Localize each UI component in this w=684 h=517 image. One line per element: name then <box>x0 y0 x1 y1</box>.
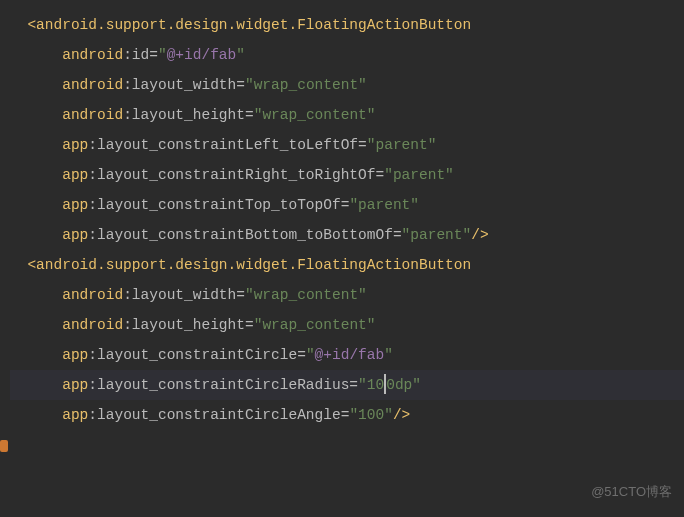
code-line[interactable]: android:layout_width="wrap_content" <box>10 280 684 310</box>
code-line[interactable]: app:layout_constraintRight_toRightOf="pa… <box>10 160 684 190</box>
token-str-value: wrap_content <box>254 287 358 303</box>
token-ref-value: @+id/fab <box>167 47 237 63</box>
token-attr-name: :layout_constraintLeft_toLeftOf= <box>88 137 366 153</box>
token-quote: " <box>412 377 421 393</box>
code-line[interactable]: app:layout_constraintTop_toTopOf="parent… <box>10 190 684 220</box>
code-line[interactable]: app:layout_constraintCircle="@+id/fab" <box>10 340 684 370</box>
token-tag-name: android.support.design.widget.FloatingAc… <box>36 17 471 33</box>
gutter-marker-icon <box>0 440 8 452</box>
code-line[interactable]: android:layout_width="wrap_content" <box>10 70 684 100</box>
token-ns: android <box>62 317 123 333</box>
token-bracket: < <box>27 17 36 33</box>
token-quote: " <box>367 317 376 333</box>
token-quote: " <box>245 287 254 303</box>
token-attr-name: :layout_constraintTop_toTopOf= <box>88 197 349 213</box>
code-line[interactable]: <android.support.design.widget.FloatingA… <box>10 250 684 280</box>
token-attr-name: :id= <box>123 47 158 63</box>
token-quote: " <box>349 407 358 423</box>
token-tag-name: android.support.design.widget.FloatingAc… <box>36 257 471 273</box>
token-attr-name: :layout_height= <box>123 317 254 333</box>
token-ns: app <box>62 137 88 153</box>
token-str-value: parent <box>393 167 445 183</box>
token-quote: " <box>445 167 454 183</box>
token-quote: " <box>358 77 367 93</box>
token-attr-name: :layout_constraintRight_toRightOf= <box>88 167 384 183</box>
token-attr-name: :layout_constraintBottom_toBottomOf= <box>88 227 401 243</box>
code-line[interactable]: app:layout_constraintCircleAngle="100"/> <box>10 400 684 430</box>
token-quote: " <box>306 347 315 363</box>
token-quote: " <box>158 47 167 63</box>
token-attr-name: :layout_width= <box>123 287 245 303</box>
token-attr-name: :layout_constraintCircleRadius= <box>88 377 358 393</box>
token-quote: " <box>384 347 393 363</box>
token-ns: android <box>62 107 123 123</box>
token-attr-name: :layout_constraintCircle= <box>88 347 306 363</box>
token-bracket: /> <box>471 227 488 243</box>
token-str-value: parent <box>358 197 410 213</box>
token-ns: app <box>62 407 88 423</box>
token-attr-name: :layout_width= <box>123 77 245 93</box>
token-ns: app <box>62 167 88 183</box>
token-ns: app <box>62 347 88 363</box>
token-quote: " <box>402 227 411 243</box>
code-line[interactable]: app:layout_constraintCircleRadius="100dp… <box>10 370 684 400</box>
token-quote: " <box>428 137 437 153</box>
token-ns: app <box>62 377 88 393</box>
token-str-value: 100 <box>358 407 384 423</box>
token-ns: app <box>62 227 88 243</box>
code-line[interactable]: android:layout_height="wrap_content" <box>10 310 684 340</box>
code-line[interactable]: app:layout_constraintBottom_toBottomOf="… <box>10 220 684 250</box>
token-str-value: 10 <box>367 377 384 393</box>
token-quote: " <box>236 47 245 63</box>
token-quote: " <box>384 167 393 183</box>
token-quote: " <box>349 197 358 213</box>
token-bracket: /> <box>393 407 410 423</box>
token-quote: " <box>384 407 393 423</box>
token-quote: " <box>410 197 419 213</box>
token-quote: " <box>245 77 254 93</box>
token-ref-value: @+id/fab <box>315 347 385 363</box>
token-str-value: wrap_content <box>254 77 358 93</box>
code-line[interactable]: app:layout_constraintLeft_toLeftOf="pare… <box>10 130 684 160</box>
token-ns: android <box>62 287 123 303</box>
token-str-value: 0dp <box>386 377 412 393</box>
token-attr-name: :layout_constraintCircleAngle= <box>88 407 349 423</box>
token-attr-name: :layout_height= <box>123 107 254 123</box>
watermark-text: @51CTO博客 <box>591 477 672 507</box>
token-quote: " <box>367 107 376 123</box>
code-line[interactable]: android:layout_height="wrap_content" <box>10 100 684 130</box>
token-ns: android <box>62 77 123 93</box>
token-str-value: parent <box>375 137 427 153</box>
token-quote: " <box>358 287 367 303</box>
token-str-value: parent <box>410 227 462 243</box>
token-ns: app <box>62 197 88 213</box>
token-quote: " <box>463 227 472 243</box>
token-bracket: < <box>27 257 36 273</box>
token-str-value: wrap_content <box>262 317 366 333</box>
token-quote: " <box>358 377 367 393</box>
code-line[interactable]: android:id="@+id/fab" <box>10 40 684 70</box>
code-editor[interactable]: <android.support.design.widget.FloatingA… <box>10 10 684 430</box>
code-line[interactable]: <android.support.design.widget.FloatingA… <box>10 10 684 40</box>
token-str-value: wrap_content <box>262 107 366 123</box>
token-ns: android <box>62 47 123 63</box>
